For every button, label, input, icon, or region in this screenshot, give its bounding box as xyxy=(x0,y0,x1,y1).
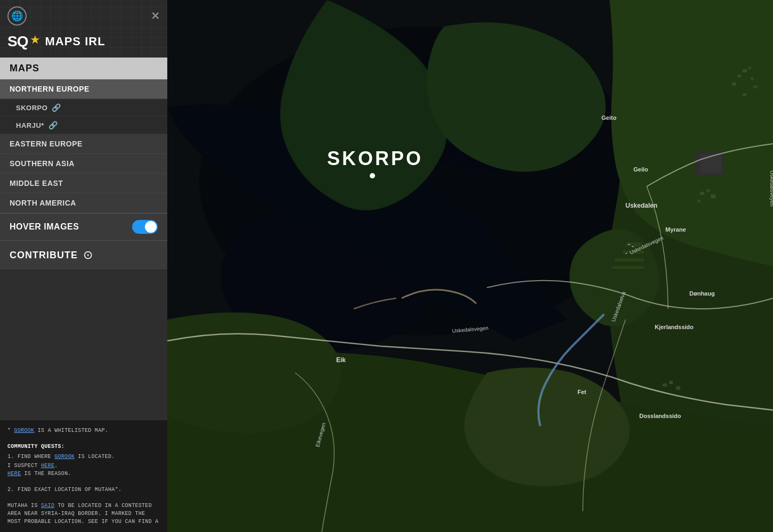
github-icon: ⊙ xyxy=(83,248,93,262)
logo-sq: SQ xyxy=(7,34,28,49)
quest1-reason: HERE IS THE REASON. xyxy=(7,470,160,478)
globe-icon[interactable]: 🌐 xyxy=(7,6,27,26)
region-eastern-europe[interactable]: EASTERN EUROPE xyxy=(0,134,167,154)
link-icon-harju[interactable]: 🔗 xyxy=(48,121,58,129)
svg-rect-15 xyxy=(737,75,741,77)
logo-star-icon: ★ xyxy=(30,33,40,47)
svg-rect-25 xyxy=(669,381,673,384)
map-svg: SKORPO Geito Geilo Uskedalen Myrane Dønh… xyxy=(167,0,773,532)
harju-link[interactable]: GOROOK xyxy=(14,428,35,433)
contribute-row[interactable]: CONTRIBUTE ⊙ xyxy=(0,240,167,269)
svg-text:Uskedalen: Uskedalen xyxy=(625,202,657,209)
svg-text:Uskedalsveyen: Uskedalsveyen xyxy=(769,170,773,207)
svg-text:Fet: Fet xyxy=(577,389,587,395)
svg-rect-9 xyxy=(632,246,634,247)
svg-text:SKORPO: SKORPO xyxy=(327,148,423,169)
svg-text:Dønhaug: Dønhaug xyxy=(689,290,715,297)
quest2-body: MUTAHA IS SAID TO BE LOCATED IN A CONTES… xyxy=(7,502,160,526)
toggle-knob xyxy=(145,221,157,233)
link-icon-skorpo[interactable]: 🔗 xyxy=(52,103,61,112)
quest1: 1. FIND WHERE GOROOK IS LOCATED. xyxy=(7,453,160,461)
svg-text:Geilo: Geilo xyxy=(633,166,648,173)
svg-rect-23 xyxy=(697,200,701,202)
here-link-1[interactable]: HERE xyxy=(41,463,54,469)
sidebar: 🌐 ✕ SQ★ MAPS IRL MAPS NORTHERN EUROPE SK… xyxy=(0,0,167,532)
svg-rect-17 xyxy=(751,77,754,80)
svg-rect-10 xyxy=(625,253,627,254)
hover-images-row: HOVER IMAGES xyxy=(0,213,167,240)
svg-rect-24 xyxy=(663,383,667,387)
svg-rect-13 xyxy=(743,69,747,72)
svg-point-28 xyxy=(370,173,375,178)
sidebar-nav: MAPS NORTHERN EUROPE SKORPO 🔗 HARJU* 🔗 E… xyxy=(0,58,167,420)
svg-rect-22 xyxy=(711,194,715,198)
logo-title: MAPS IRL xyxy=(45,35,105,48)
svg-text:Geito: Geito xyxy=(601,114,616,121)
sidebar-footer: * GOROOK IS A WHITELISTED MAP. COMMUNITY… xyxy=(0,420,167,532)
svg-rect-26 xyxy=(676,386,680,390)
region-northern-europe[interactable]: NORTHERN EUROPE xyxy=(0,79,167,99)
hover-images-label: HOVER IMAGES xyxy=(10,222,79,232)
svg-rect-16 xyxy=(732,83,736,86)
region-middle-east[interactable]: MIDDLE EAST xyxy=(0,174,167,193)
region-north-america[interactable]: NORTH AMERICA xyxy=(0,193,167,213)
map-item-skorpo[interactable]: SKORPO 🔗 xyxy=(0,99,167,117)
map-item-harju[interactable]: HARJU* 🔗 xyxy=(0,117,167,134)
svg-rect-7 xyxy=(612,266,644,269)
svg-rect-8 xyxy=(628,244,630,245)
svg-rect-14 xyxy=(748,67,751,69)
harju-label: HARJU* xyxy=(16,121,44,129)
harju-note: * GOROOK IS A WHITELISTED MAP. xyxy=(7,427,160,435)
svg-text:Kjerlandssido: Kjerlandssido xyxy=(655,324,694,330)
quest2: 2. FIND EXACT LOCATION OF MUTAHA*. xyxy=(7,486,160,494)
maps-label: MAPS xyxy=(0,58,167,79)
close-icon[interactable]: ✕ xyxy=(151,10,160,22)
svg-text:Dosslandssido: Dosslandssido xyxy=(639,413,681,419)
svg-rect-12 xyxy=(700,154,721,173)
svg-text:Myrane: Myrane xyxy=(665,226,686,233)
quest1-suspect: I SUSPECT HERE. xyxy=(7,462,160,470)
contribute-label: CONTRIBUTE xyxy=(10,250,78,261)
map-area[interactable]: SKORPO Geito Geilo Uskedalen Myrane Dønh… xyxy=(167,0,773,532)
here-link-2[interactable]: HERE xyxy=(7,471,21,477)
svg-rect-20 xyxy=(700,192,704,195)
hover-images-toggle[interactable] xyxy=(132,220,158,234)
svg-rect-19 xyxy=(743,93,746,96)
svg-rect-18 xyxy=(753,85,758,88)
said-link[interactable]: SAID xyxy=(41,503,54,509)
svg-rect-6 xyxy=(615,258,644,261)
svg-text:Eik: Eik xyxy=(336,356,346,364)
community-quests-label: COMMUNITY QUESTS: xyxy=(7,443,160,451)
gorook-link[interactable]: GOROOK xyxy=(54,454,75,460)
svg-rect-21 xyxy=(706,189,710,192)
skorpo-label: SKORPO xyxy=(16,104,47,112)
sidebar-header: 🌐 ✕ SQ★ MAPS IRL xyxy=(0,0,167,58)
region-southern-asia[interactable]: SOUTHERN ASIA xyxy=(0,154,167,174)
